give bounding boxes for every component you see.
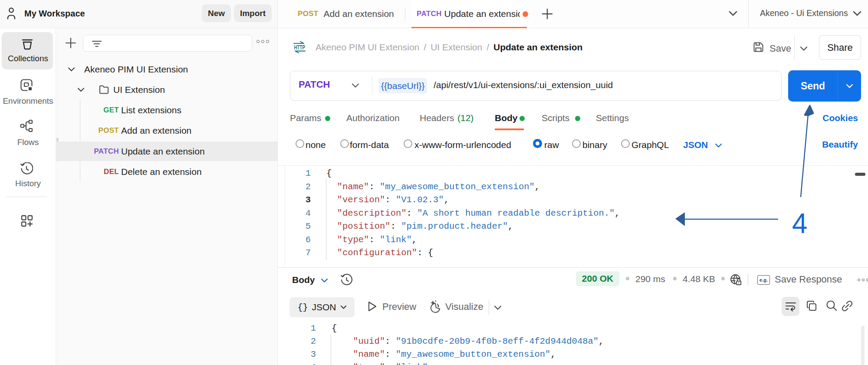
- svg-text:4: 4: [792, 208, 808, 239]
- svg-text:HTTP: HTTP: [294, 44, 306, 51]
